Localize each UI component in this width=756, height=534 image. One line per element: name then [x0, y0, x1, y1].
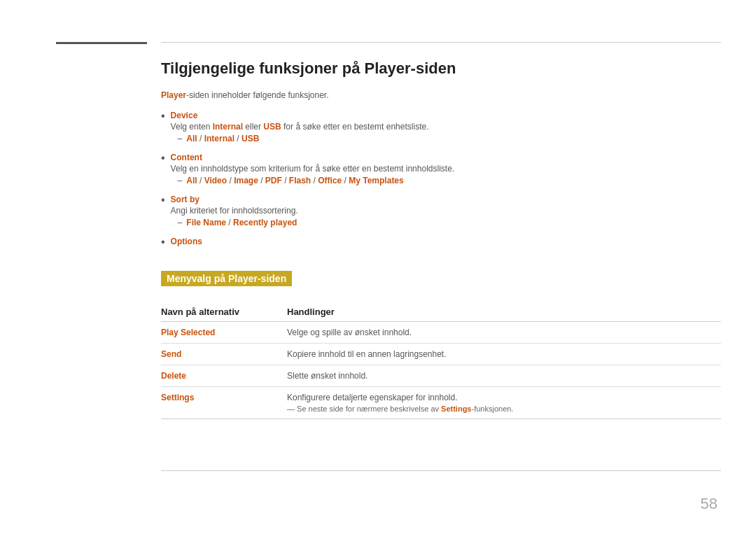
content-pdf: PDF — [265, 176, 282, 185]
options-label: Options — [171, 237, 202, 246]
table-cell-name: Send — [161, 344, 287, 365]
sortby-label: Sort by — [171, 195, 200, 204]
row-label-send: Send — [161, 349, 181, 359]
bullet-content-sortby: Sort by Angi kriteriet for innholdssorte… — [171, 194, 721, 229]
settings-note-prefix: — Se neste side for nærmere beskrivelse … — [287, 405, 441, 413]
content-image: Image — [234, 176, 258, 185]
content-all: All — [186, 176, 197, 185]
table-cell-action: Velge og spille av ønsket innhold. — [287, 322, 721, 344]
content-sub-list: All / Video / Image / PDF / Flash / Offi… — [178, 176, 721, 185]
device-usb: USB — [263, 122, 281, 132]
main-content: Tilgjengelige funksjoner på Player-siden… — [161, 52, 721, 419]
content-sub-item: All / Video / Image / PDF / Flash / Offi… — [178, 176, 721, 185]
intro-bold-player: Player — [161, 90, 186, 100]
device-internal: Internal — [213, 122, 243, 132]
content-flash: Flash — [289, 176, 311, 185]
intro-paragraph: Player-siden inneholder følgende funksjo… — [161, 90, 721, 100]
top-divider-line — [161, 42, 721, 43]
table-row: Delete Slette ønsket innhold. — [161, 365, 721, 387]
row-label-play-selected: Play Selected — [161, 328, 215, 337]
page-container: Tilgjengelige funksjoner på Player-siden… — [0, 0, 756, 534]
col-action-header: Handlinger — [287, 302, 721, 322]
bullet-device: • Device Velg enten Internal eller USB f… — [161, 110, 721, 145]
bullet-content-options: Options — [171, 236, 721, 246]
sortby-recently-played: Recently played — [233, 218, 297, 227]
table-cell-action: Konfigurere detaljerte egenskaper for in… — [287, 387, 721, 419]
settings-note-bold: Settings — [441, 405, 471, 413]
row-label-settings: Settings — [161, 393, 194, 402]
device-desc: Velg enten Internal eller USB for å søke… — [171, 122, 721, 132]
left-accent-bar — [56, 42, 147, 44]
device-sub-item: All / Internal / USB — [178, 134, 721, 143]
settings-action-text: Konfigurere detaljerte egenskaper for in… — [287, 393, 458, 402]
menu-table: Navn på alternativ Handlinger Play Selec… — [161, 302, 721, 419]
bullet-dot-sortby: • — [161, 192, 165, 208]
table-cell-action: Kopiere innhold til en annen lagringsenh… — [287, 344, 721, 365]
bullet-content-device: Device Velg enten Internal eller USB for… — [171, 110, 721, 145]
bottom-divider-line — [161, 470, 721, 471]
page-number: 58 — [701, 495, 718, 513]
device-sep2: / — [234, 134, 241, 143]
table-row: Play Selected Velge og spille av ønsket … — [161, 322, 721, 344]
content-my-templates: My Templates — [349, 176, 403, 185]
table-cell-action: Slette ønsket innhold. — [287, 365, 721, 387]
col-name-header: Navn på alternativ — [161, 302, 287, 322]
table-row: Settings Konfigurere detaljerte egenskap… — [161, 387, 721, 419]
sortby-sub-item: File Name / Recently played — [178, 218, 721, 227]
table-row: Send Kopiere innhold til en annen lagrin… — [161, 344, 721, 365]
bullet-content-content: Content Velg en innholdstype som kriteri… — [171, 152, 721, 187]
bullet-dot-content: • — [161, 150, 165, 166]
device-sub-list: All / Internal / USB — [178, 134, 721, 143]
device-usb-link: USB — [241, 134, 259, 143]
table-header-row: Navn på alternativ Handlinger — [161, 302, 721, 322]
table-cell-name: Play Selected — [161, 322, 287, 344]
content-office: Office — [318, 176, 342, 185]
content-desc: Velg en innholdstype som kriterium for å… — [171, 164, 721, 174]
sortby-desc: Angi kriteriet for innholdssortering. — [171, 206, 721, 216]
table-cell-name: Settings — [161, 387, 287, 419]
bullet-dot-device: • — [161, 108, 165, 124]
main-title: Tilgjengelige funksjoner på Player-siden — [161, 59, 721, 78]
sortby-filename: File Name — [186, 218, 226, 227]
bullet-content: • Content Velg en innholdstype som krite… — [161, 152, 721, 187]
intro-suffix: -siden inneholder følgende funksjoner. — [186, 90, 328, 100]
bullet-sortby: • Sort by Angi kriteriet for innholdssor… — [161, 194, 721, 229]
settings-note: — Se neste side for nærmere beskrivelse … — [287, 405, 707, 413]
settings-note-suffix: -funksjonen. — [472, 405, 514, 413]
device-sep1: / — [197, 134, 204, 143]
bullet-dot-options: • — [161, 234, 165, 250]
section-heading: Menyvalg på Player-siden — [161, 271, 292, 286]
sortby-sub-list: File Name / Recently played — [178, 218, 721, 227]
device-all: All — [186, 134, 197, 143]
content-label: Content — [171, 153, 202, 162]
content-video: Video — [204, 176, 227, 185]
row-label-delete: Delete — [161, 371, 186, 381]
device-label: Device — [171, 111, 198, 120]
table-cell-name: Delete — [161, 365, 287, 387]
device-internal-link: Internal — [204, 134, 234, 143]
bullet-options: • Options — [161, 236, 721, 250]
